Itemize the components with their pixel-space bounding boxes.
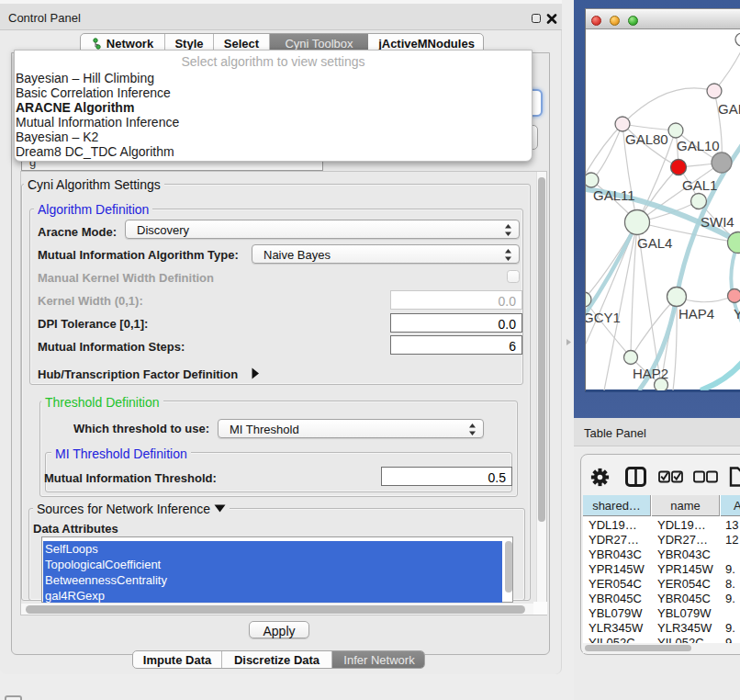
svg-text:SWI4: SWI4 xyxy=(701,214,734,230)
svg-text:GAL10: GAL10 xyxy=(677,138,720,153)
svg-text:GAL11: GAL11 xyxy=(593,187,635,203)
svg-text:GAL1: GAL1 xyxy=(682,177,717,193)
svg-text:GAL4: GAL4 xyxy=(637,235,672,251)
svg-text:HAP2: HAP2 xyxy=(633,366,668,381)
svg-text:GCY1: GCY1 xyxy=(586,310,621,325)
svg-text:Y: Y xyxy=(734,306,740,322)
svg-text:HAP4: HAP4 xyxy=(678,306,714,322)
svg-text:GAL7: GAL7 xyxy=(718,101,740,117)
svg-text:GAL80: GAL80 xyxy=(625,131,668,147)
